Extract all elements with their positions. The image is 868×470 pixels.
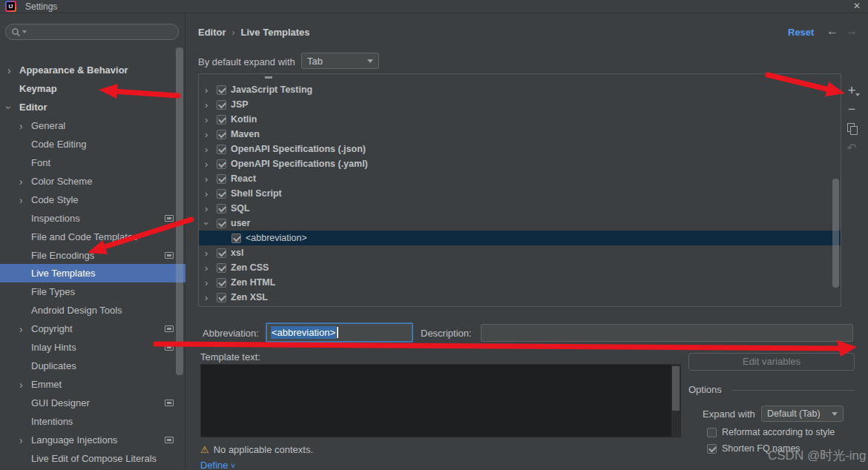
tree-row-javascript-testing[interactable]: JavaScript Testing	[199, 82, 841, 97]
sidebar-item-appearance-behavior[interactable]: Appearance & Behavior	[0, 61, 185, 79]
per-project-settings-icon	[165, 252, 174, 259]
sidebar-item-label: Copyright	[31, 323, 73, 334]
checkbox[interactable]	[217, 145, 226, 154]
checkbox[interactable]	[217, 219, 226, 228]
checkbox[interactable]	[217, 174, 226, 184]
default-expand-dropdown[interactable]: Tab	[301, 53, 379, 69]
abbreviation-input[interactable]: <abbreviation>	[266, 322, 413, 342]
tree-row-zen-css[interactable]: Zen CSS	[199, 260, 841, 275]
sidebar-item-live-edit-of-compose-literals[interactable]: Live Edit of Compose Literals	[0, 449, 185, 468]
sidebar-item-gui-designer[interactable]: GUI Designer	[0, 394, 185, 412]
sidebar-item-live-templates[interactable]: Live Templates	[0, 264, 185, 282]
define-link[interactable]: Define ˅	[200, 460, 235, 470]
sidebar-item-android-design-tools[interactable]: Android Design Tools	[0, 301, 185, 320]
description-input[interactable]	[481, 324, 853, 342]
tree-row-openapi-json[interactable]: OpenAPI Specifications (.json)	[199, 142, 841, 156]
checkbox[interactable]	[707, 444, 717, 454]
tree-row-abbreviation[interactable]: <abbreviation>	[199, 231, 841, 245]
breadcrumb-editor[interactable]: Editor	[198, 27, 226, 38]
csdn-watermark: CSDN @时光-ing	[768, 447, 867, 464]
sidebar-item-color-scheme[interactable]: Color Scheme	[0, 172, 185, 191]
sidebar-item-label: Live Edit of Compose Literals	[31, 453, 157, 464]
clipped-row-fragment	[265, 76, 272, 79]
revert-button: ↶	[845, 141, 858, 154]
sidebar-item-label: Emmet	[31, 379, 62, 390]
sidebar-scrollbar[interactable]	[176, 47, 183, 375]
sidebar-item-intentions[interactable]: Intentions	[0, 412, 185, 431]
tree-row-zen-xsl[interactable]: Zen XSL	[199, 290, 841, 305]
warning-icon: ⚠	[200, 444, 209, 455]
options-divider	[731, 390, 855, 391]
description-label: Description:	[421, 328, 472, 339]
chevron-right-icon	[205, 278, 217, 288]
sidebar-item-keymap[interactable]: Keymap	[0, 79, 185, 98]
tree-row-kotlin[interactable]: Kotlin	[199, 112, 841, 127]
expand-with-value: Default (Tab)	[767, 408, 821, 419]
sidebar-item-file-encodings[interactable]: File Encodings	[0, 246, 185, 265]
reformat-checkbox-row[interactable]: Reformat according to style	[707, 427, 835, 437]
checkbox[interactable]	[707, 428, 717, 437]
forward-arrow-icon: →	[846, 24, 858, 38]
sidebar-item-file-and-code-templates[interactable]: File and Code Templates	[0, 228, 185, 246]
sidebar-item-file-types[interactable]: File Types	[0, 282, 185, 301]
remove-template-button[interactable]: −	[845, 104, 858, 116]
sidebar-item-font[interactable]: Font	[0, 153, 185, 172]
checkbox[interactable]	[217, 130, 226, 139]
tree-row-maven[interactable]: Maven	[199, 127, 841, 142]
checkbox[interactable]	[217, 189, 226, 199]
sidebar-item-duplicates[interactable]: Duplicates	[0, 357, 185, 375]
checkbox[interactable]	[217, 159, 226, 169]
abbreviation-label: Abbreviation:	[203, 328, 259, 339]
sidebar-item-inlay-hints[interactable]: Inlay Hints	[0, 338, 185, 357]
sidebar-item-language-injections[interactable]: Language Injections	[0, 431, 185, 449]
tree-row-zen-html[interactable]: Zen HTML	[199, 275, 841, 290]
tree-scrollbar[interactable]	[832, 179, 839, 288]
options-section-title: Options	[688, 384, 722, 395]
copy-icon	[847, 123, 857, 134]
template-text-editor[interactable]	[200, 364, 681, 437]
sidebar-item-general[interactable]: General	[0, 116, 185, 135]
tree-row-shell-script[interactable]: Shell Script	[199, 186, 841, 201]
tree-row-label: React	[231, 173, 256, 184]
sidebar-item-inspections[interactable]: Inspections	[0, 209, 185, 228]
template-text-label: Template text:	[200, 351, 260, 363]
checkbox[interactable]	[217, 263, 226, 273]
sidebar-item-code-editing[interactable]: Code Editing	[0, 135, 185, 153]
edit-variables-button[interactable]: Edit variables	[688, 353, 855, 371]
title-bar: IJ Settings ✕	[0, 0, 868, 13]
sidebar-item-code-style[interactable]: Code Style	[0, 191, 185, 209]
sidebar-item-copyright[interactable]: Copyright	[0, 320, 185, 338]
tree-row-sql[interactable]: SQL	[199, 201, 841, 216]
tree-row-jsp[interactable]: JSP	[199, 97, 841, 112]
chevron-right-icon	[7, 65, 19, 76]
checkbox[interactable]	[217, 204, 226, 214]
per-project-settings-icon	[165, 215, 174, 222]
tree-row-react[interactable]: React	[199, 171, 841, 186]
checkbox[interactable]	[217, 115, 226, 125]
search-input[interactable]	[5, 24, 179, 40]
chevron-right-icon	[205, 248, 217, 258]
duplicate-template-button[interactable]	[846, 122, 858, 135]
sidebar-item-editor[interactable]: Editor	[0, 98, 185, 116]
per-project-settings-icon	[165, 344, 174, 351]
breadcrumb-separator: ›	[232, 27, 235, 38]
chevron-down-icon	[855, 93, 860, 96]
editor-scrollbar-track[interactable]	[671, 365, 680, 437]
back-arrow-icon[interactable]: ←	[826, 24, 838, 38]
checkbox[interactable]	[217, 278, 226, 288]
tree-row-xsl[interactable]: xsl	[199, 245, 841, 260]
checkbox[interactable]	[217, 100, 226, 110]
add-template-button[interactable]: +	[844, 83, 859, 98]
editor-scrollbar-thumb[interactable]	[672, 366, 680, 411]
checkbox[interactable]	[231, 234, 241, 243]
checkbox[interactable]	[217, 85, 226, 95]
sidebar-item-emmet[interactable]: Emmet	[0, 375, 185, 394]
checkbox[interactable]	[217, 248, 226, 258]
checkbox[interactable]	[217, 293, 226, 302]
sidebar-item-label: Duplicates	[31, 360, 76, 371]
close-icon[interactable]: ✕	[853, 1, 861, 11]
tree-row-openapi-yaml[interactable]: OpenAPI Specifications (.yaml)	[199, 156, 841, 171]
tree-row-user[interactable]: user	[199, 216, 841, 231]
expand-with-dropdown[interactable]: Default (Tab)	[761, 406, 844, 422]
reset-link[interactable]: Reset	[788, 27, 814, 38]
